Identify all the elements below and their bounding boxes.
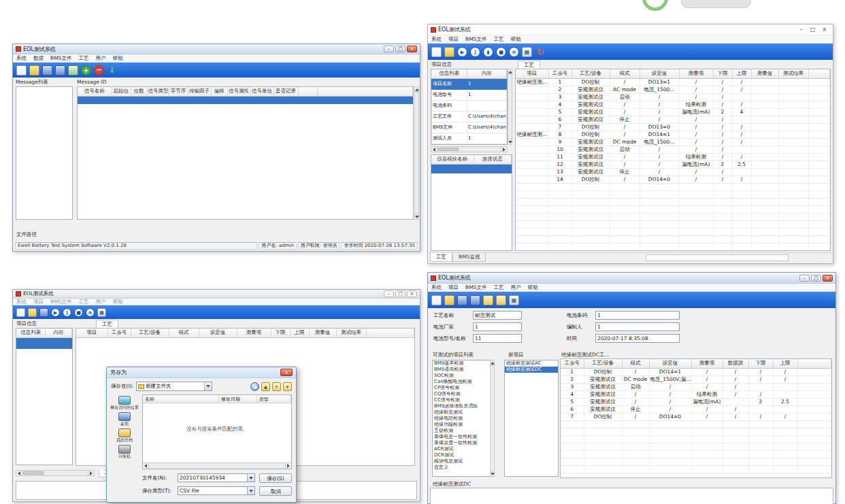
table-row[interactable]: BMS文件C:\Users\4(changjiang)\Desktop... bbox=[432, 122, 507, 133]
stop-test-icon[interactable]: ■ bbox=[74, 308, 83, 317]
message-list[interactable] bbox=[16, 86, 73, 220]
minimize-button[interactable]: – bbox=[384, 46, 394, 52]
menu-item[interactable]: 帮助 bbox=[524, 284, 541, 291]
reset-icon[interactable]: ↻ bbox=[535, 47, 546, 57]
test-item[interactable]: CQ信号检测 bbox=[433, 391, 494, 397]
menu-item[interactable]: 用户 bbox=[507, 284, 524, 291]
export-icon[interactable] bbox=[496, 295, 506, 305]
test-item[interactable]: 自定义 bbox=[433, 465, 494, 471]
file-name-input[interactable]: 20210730145934 bbox=[178, 473, 255, 482]
column-header[interactable]: 修改日期 bbox=[219, 395, 257, 403]
battery-barcode-input[interactable]: 1 bbox=[595, 311, 680, 320]
dropdown-arrow-icon[interactable] bbox=[204, 382, 212, 390]
maximize-button[interactable]: □ bbox=[811, 275, 821, 282]
battery-model-input[interactable]: 11 bbox=[473, 334, 522, 343]
menu-item[interactable]: 系统 bbox=[428, 284, 445, 291]
titlebar[interactable]: EOL测试系统 – □ × bbox=[428, 24, 833, 35]
stop-test-icon[interactable]: ■ bbox=[496, 47, 506, 57]
table-row[interactable]: 测试人员1 bbox=[432, 133, 507, 144]
table-row[interactable]: 项目名称1 bbox=[432, 78, 507, 89]
delete-row-icon[interactable]: − bbox=[94, 65, 104, 75]
vertical-scrollbar[interactable] bbox=[414, 86, 419, 220]
table-row[interactable]: 11安规测试仪//结果检测// bbox=[516, 153, 830, 161]
time-input[interactable]: 2020-07-17 8:35:08 bbox=[595, 334, 680, 343]
test-item[interactable]: Can唤醒电池检测 bbox=[433, 379, 494, 385]
close-button[interactable]: × bbox=[818, 27, 830, 33]
cancel-button[interactable]: 取消 bbox=[259, 486, 292, 496]
table-row[interactable] bbox=[17, 337, 72, 348]
menu-item[interactable]: 项目 bbox=[30, 299, 47, 305]
table-row[interactable]: 电池型号1 bbox=[432, 89, 507, 100]
menu-item[interactable]: 项目 bbox=[445, 284, 462, 291]
view-menu-icon[interactable]: ▾ bbox=[283, 382, 292, 391]
available-tests-scrollbar[interactable] bbox=[490, 360, 495, 477]
titlebar[interactable]: EOL测试系统 – □ × bbox=[428, 273, 835, 284]
test-item[interactable]: 单体电压一致性检测 bbox=[433, 434, 494, 440]
dropdown-arrow-icon[interactable] bbox=[247, 474, 254, 482]
open-file-icon[interactable] bbox=[444, 47, 454, 57]
test-item[interactable]: 绝缘耐压测试AC bbox=[505, 360, 558, 367]
close-button[interactable]: × bbox=[823, 275, 833, 282]
start-test-icon[interactable]: ▶ bbox=[51, 308, 60, 317]
calculator-icon[interactable]: ▦ bbox=[509, 295, 519, 305]
table-row[interactable]: 12安规测试仪//漏电流(mA)22.5 bbox=[516, 161, 830, 168]
menu-item[interactable]: BMS文件 bbox=[47, 55, 75, 62]
table-row[interactable] bbox=[78, 96, 413, 103]
save-in-combo[interactable]: 新建文件夹 bbox=[136, 382, 212, 391]
menu-item[interactable]: 帮助 bbox=[109, 55, 126, 62]
test-item[interactable]: 绝缘电阻检测 bbox=[433, 416, 494, 422]
calculator-icon[interactable]: ▦ bbox=[522, 47, 532, 57]
table-row[interactable]: 绝缘耐压测...8DO控制/DO14=1/// bbox=[516, 131, 830, 138]
calculator-icon[interactable]: ▦ bbox=[97, 308, 106, 317]
place-recent[interactable]: 最近访问的位置 bbox=[110, 396, 139, 409]
test-item[interactable]: BMS故障读取及清除 bbox=[433, 403, 494, 409]
menu-item[interactable]: 帮助 bbox=[109, 299, 126, 305]
test-item[interactable]: ACR测试 bbox=[433, 446, 494, 452]
table-row[interactable]: 工艺文件C:\Users\4(changjiang)\Desktop... bbox=[432, 111, 507, 122]
table-row[interactable] bbox=[431, 164, 512, 173]
open-file-icon[interactable] bbox=[444, 295, 454, 305]
menu-item[interactable]: 项目 bbox=[445, 36, 462, 43]
minimize-button[interactable]: – bbox=[795, 27, 807, 33]
test-item[interactable]: BMS通讯检测 bbox=[433, 367, 494, 373]
test-item[interactable]: 互锁检测 bbox=[433, 428, 494, 434]
dropdown-arrow-icon[interactable] bbox=[247, 487, 254, 494]
table-row[interactable]: 14DO控制/DO14=0/// bbox=[516, 175, 830, 183]
place-computer[interactable]: 计算机 bbox=[110, 445, 139, 458]
open-file-icon[interactable] bbox=[28, 308, 37, 317]
new-file-icon[interactable] bbox=[431, 47, 442, 57]
close-button[interactable]: × bbox=[407, 290, 417, 297]
save-as-icon[interactable] bbox=[55, 65, 65, 75]
menu-item[interactable]: 系统 bbox=[13, 55, 30, 62]
table-row[interactable]: 9安规测试仪DC mode电压_1500.../// bbox=[516, 138, 830, 146]
test-item[interactable]: DCR测试 bbox=[433, 452, 494, 458]
table-row[interactable]: 6安规测试仪停止/// bbox=[561, 405, 831, 413]
back-icon[interactable]: ◀ bbox=[250, 382, 259, 391]
titlebar[interactable]: EOL测试系统 – □ × bbox=[13, 290, 420, 299]
minimize-button[interactable]: – bbox=[384, 290, 394, 297]
new-file-icon[interactable] bbox=[431, 295, 442, 305]
dialog-titlebar[interactable]: 另存为 × bbox=[107, 367, 296, 378]
column-header[interactable]: 名称 bbox=[143, 395, 219, 403]
minimize-button[interactable]: – bbox=[799, 275, 810, 282]
pause-test-icon[interactable]: ∥ bbox=[63, 308, 71, 317]
menu-item[interactable]: 工艺 bbox=[490, 284, 507, 291]
process-name-input[interactable]: 耐压测试 bbox=[473, 311, 522, 320]
column-header[interactable]: 类型 bbox=[257, 395, 291, 403]
pause-test-icon[interactable]: ∥ bbox=[470, 47, 480, 57]
menu-item[interactable]: BMS文件 bbox=[462, 36, 490, 43]
horizontal-scrollbar[interactable] bbox=[16, 470, 95, 476]
file-list-horizontal-scrollbar[interactable] bbox=[143, 463, 291, 469]
save-icon[interactable] bbox=[39, 308, 48, 317]
file-list[interactable]: 名称 修改日期 类型 没有与搜索条件匹配的项。 bbox=[142, 394, 292, 469]
table-row[interactable]: 7DO控制/DO14=0//// bbox=[561, 413, 831, 420]
new-file-icon[interactable] bbox=[16, 65, 27, 75]
test-item[interactable]: 模块电压测试 bbox=[433, 458, 494, 465]
table-row[interactable]: 电池条码 bbox=[432, 100, 507, 111]
place-documents[interactable]: 我的文档 bbox=[110, 429, 139, 442]
maximize-button[interactable]: □ bbox=[395, 290, 405, 297]
test-item[interactable]: CP信号检测 bbox=[433, 385, 494, 391]
table-row[interactable]: 10安规测试仪启动/// bbox=[516, 146, 830, 153]
partial-button[interactable] bbox=[681, 0, 751, 8]
info-vertical-scrollbar[interactable] bbox=[508, 69, 512, 145]
